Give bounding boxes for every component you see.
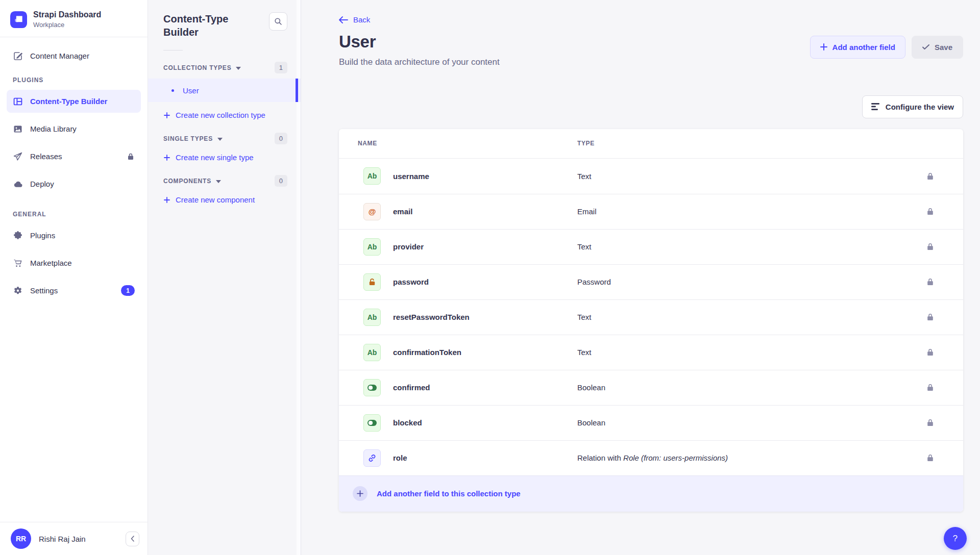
chevron-down-icon: [217, 138, 223, 141]
user-avatar[interactable]: RR: [11, 528, 31, 549]
lock-icon: [926, 172, 935, 181]
sidebar-item-label: Releases: [30, 152, 62, 161]
field-type: Relation with Role (from: users-permissi…: [577, 453, 728, 462]
field-type: Text: [577, 348, 592, 357]
create-component-label: Create new component: [176, 195, 255, 204]
boolean-field-icon: [363, 414, 381, 432]
strapi-logo-icon: [10, 11, 27, 28]
sidebar-item-settings[interactable]: Settings 1: [7, 279, 141, 302]
lock-icon: [926, 418, 935, 427]
column-header-type: TYPE: [577, 140, 595, 147]
lock-icon: [926, 207, 935, 216]
table-row[interactable]: @ email Email: [339, 194, 963, 229]
plus-icon: [164, 112, 170, 118]
help-button[interactable]: ?: [944, 527, 967, 550]
main-content: Back User Build the data architecture of…: [301, 0, 980, 555]
create-component-link[interactable]: Create new component: [164, 195, 287, 204]
configure-view-button[interactable]: Configure the view: [862, 95, 963, 118]
main-sidebar: Strapi Dashboard Workplace Content Manag…: [0, 0, 148, 555]
feather-icon: [13, 51, 23, 61]
sidebar-item-plugins[interactable]: Plugins: [7, 224, 141, 247]
subnav-item-user[interactable]: User: [148, 79, 301, 102]
workspace-brand[interactable]: Strapi Dashboard Workplace: [0, 0, 148, 37]
create-collection-type-label: Create new collection type: [176, 111, 265, 119]
add-another-field-button[interactable]: Add another field: [810, 36, 905, 59]
sidebar-item-media-library[interactable]: Media Library: [7, 117, 141, 140]
table-row[interactable]: password Password: [339, 264, 963, 299]
fields-table-card: NAME TYPE Ab username Text @ email Email…: [339, 129, 963, 512]
table-row[interactable]: Ab confirmationToken Text: [339, 335, 963, 370]
paper-plane-icon: [13, 152, 23, 162]
sidebar-item-label: Deploy: [30, 180, 54, 188]
add-field-footer-button[interactable]: Add another field to this collection typ…: [339, 475, 963, 512]
sidebar-nav: Content Manager PLUGINS Content-Type Bui…: [0, 37, 148, 522]
table-row[interactable]: role Relation with Role (from: users-per…: [339, 440, 963, 475]
field-name: provider: [393, 242, 577, 251]
sidebar-item-deploy[interactable]: Deploy: [7, 172, 141, 195]
field-name: role: [393, 453, 577, 462]
lock-icon: [926, 453, 935, 462]
plus-icon: [164, 197, 170, 203]
table-row[interactable]: blocked Boolean: [339, 405, 963, 440]
lock-icon: [926, 313, 935, 321]
collection-types-section-header[interactable]: COLLECTION TYPES 1: [163, 62, 287, 73]
lock-icon: [926, 383, 935, 392]
section-label: SINGLE TYPES: [163, 135, 213, 142]
text-field-icon: Ab: [363, 309, 381, 326]
help-question-mark: ?: [953, 534, 958, 544]
field-type: Boolean: [577, 383, 605, 392]
boolean-field-icon: [363, 379, 381, 396]
table-row[interactable]: confirmed Boolean: [339, 370, 963, 405]
page-title: User: [339, 32, 500, 52]
components-section-header[interactable]: COMPONENTS 0: [163, 175, 287, 187]
back-label: Back: [353, 15, 370, 24]
section-label: COLLECTION TYPES: [163, 64, 231, 71]
check-icon: [922, 44, 929, 50]
image-icon: [13, 124, 23, 134]
table-row[interactable]: Ab provider Text: [339, 229, 963, 264]
back-link[interactable]: Back: [339, 15, 370, 24]
user-name: Rishi Raj Jain: [39, 535, 86, 543]
create-single-type-link[interactable]: Create new single type: [164, 153, 287, 162]
configure-view-label: Configure the view: [886, 103, 954, 111]
page-title-block: User Build the data architecture of your…: [339, 32, 500, 67]
lock-icon: [926, 278, 935, 286]
nav-section-general: GENERAL: [13, 211, 135, 218]
table-header: NAME TYPE: [339, 129, 963, 159]
chevron-down-icon: [216, 180, 221, 183]
field-name: username: [393, 172, 577, 181]
table-body: Ab username Text @ email Email Ab provid…: [339, 159, 963, 475]
sidebar-item-releases[interactable]: Releases: [7, 145, 141, 168]
create-single-type-label: Create new single type: [176, 153, 254, 162]
components-count: 0: [275, 175, 287, 187]
email-field-icon: @: [363, 203, 381, 220]
cloud-icon: [13, 179, 23, 189]
chevron-down-icon: [236, 67, 241, 70]
sidebar-item-label: Media Library: [30, 124, 77, 133]
text-field-icon: Ab: [363, 344, 381, 361]
collapse-sidebar-button[interactable]: [126, 532, 139, 546]
table-row[interactable]: Ab username Text: [339, 159, 963, 194]
sidebar-item-label: Content Manager: [30, 52, 89, 60]
save-button[interactable]: Save: [912, 36, 963, 59]
search-icon: [274, 17, 282, 26]
sidebar-item-content-type-builder[interactable]: Content-Type Builder: [7, 90, 141, 113]
lock-icon: [926, 242, 935, 251]
search-button[interactable]: [269, 12, 287, 31]
sidebar-item-marketplace[interactable]: Marketplace: [7, 251, 141, 274]
relation-field-icon: [363, 449, 381, 467]
single-types-section-header[interactable]: SINGLE TYPES 0: [163, 133, 287, 144]
field-name: confirmed: [393, 383, 577, 392]
collection-types-count: 1: [275, 62, 287, 73]
sidebar-item-content-manager[interactable]: Content Manager: [7, 44, 141, 67]
add-another-field-label: Add another field: [832, 43, 895, 52]
field-name: resetPasswordToken: [393, 313, 577, 321]
column-header-name: NAME: [358, 140, 577, 147]
puzzle-icon: [13, 231, 23, 241]
field-type: Boolean: [577, 418, 605, 427]
table-row[interactable]: Ab resetPasswordToken Text: [339, 299, 963, 335]
workspace-subtitle: Workplace: [33, 21, 101, 29]
page-subtitle: Build the data architecture of your cont…: [339, 57, 500, 67]
create-collection-type-link[interactable]: Create new collection type: [164, 111, 287, 119]
text-field-icon: Ab: [363, 167, 381, 185]
